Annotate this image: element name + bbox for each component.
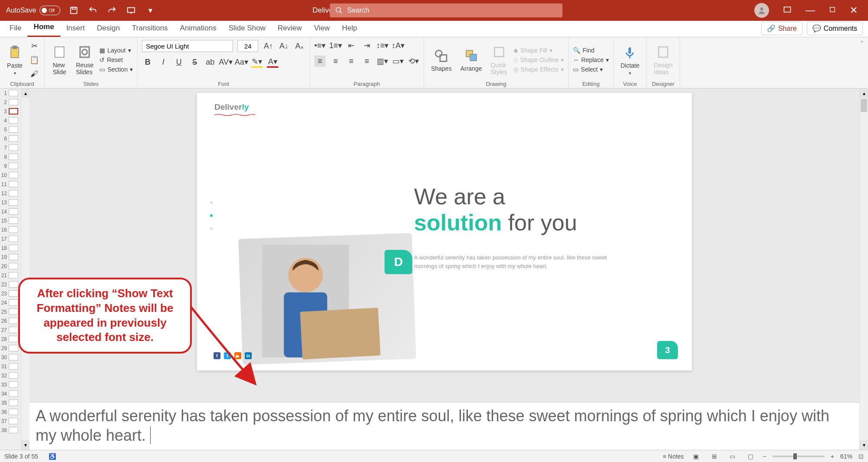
- select-button[interactable]: ▭ Select ▾: [573, 66, 608, 73]
- scroll-thumb[interactable]: [861, 99, 867, 112]
- bullets-icon[interactable]: •≡▾: [314, 40, 326, 51]
- align-left-icon[interactable]: ≡: [314, 56, 326, 67]
- thumbnail-7[interactable]: 7: [0, 143, 21, 152]
- thumbnail-2[interactable]: 2: [0, 98, 21, 107]
- thumbnail-1[interactable]: 1: [0, 88, 21, 98]
- thumbnail-5[interactable]: 5: [0, 125, 21, 134]
- thumbnail-14[interactable]: 14: [0, 207, 21, 216]
- highlight-icon[interactable]: ✎▾: [251, 56, 263, 68]
- indent-decrease-icon[interactable]: ⇤: [345, 40, 357, 51]
- scroll-down-icon[interactable]: ▾: [21, 440, 30, 450]
- spacing-icon[interactable]: AV▾: [220, 56, 231, 68]
- thumbnail-25[interactable]: 25: [0, 307, 21, 316]
- reset-button[interactable]: ↺ Reset: [99, 56, 133, 63]
- thumbnail-17[interactable]: 17: [0, 234, 21, 243]
- format-painter-icon[interactable]: 🖌: [29, 68, 40, 79]
- section-button[interactable]: ▭ Section ▾: [99, 66, 133, 73]
- thumbnail-31[interactable]: 31: [0, 362, 21, 371]
- sorter-view-icon[interactable]: ⊞: [708, 452, 720, 461]
- dictate-button[interactable]: Dictate▾: [618, 43, 642, 77]
- thumbnail-18[interactable]: 18: [0, 243, 21, 252]
- thumbnail-35[interactable]: 35: [0, 398, 21, 407]
- save-icon[interactable]: [68, 5, 79, 16]
- underline-icon[interactable]: U: [173, 56, 184, 68]
- scroll-up-icon[interactable]: ▴: [860, 88, 868, 98]
- zoom-level[interactable]: 61%: [840, 453, 852, 460]
- thumbnail-16[interactable]: 16: [0, 225, 21, 234]
- accessibility-icon[interactable]: ♿: [49, 453, 56, 460]
- thumbnail-24[interactable]: 24: [0, 298, 21, 307]
- thumbnail-9[interactable]: 9: [0, 161, 21, 170]
- case-icon[interactable]: Aa▾: [236, 56, 247, 68]
- search-input[interactable]: [347, 7, 557, 14]
- justify-icon[interactable]: ≡: [361, 56, 372, 67]
- italic-icon[interactable]: I: [158, 56, 169, 68]
- layout-button[interactable]: ▦ Layout ▾: [99, 47, 133, 54]
- undo-icon[interactable]: [87, 5, 99, 16]
- thumbnail-4[interactable]: 4: [0, 116, 21, 125]
- paste-button[interactable]: Paste▾: [4, 43, 25, 77]
- arrange-button[interactable]: Arrange: [458, 46, 485, 74]
- thumbnail-3[interactable]: 3: [0, 107, 21, 116]
- shapes-button[interactable]: Shapes: [428, 46, 454, 74]
- search-box[interactable]: [330, 3, 562, 17]
- thumbnail-26[interactable]: 26: [0, 316, 21, 325]
- thumbnail-scrollbar[interactable]: ▴ ▾: [21, 88, 30, 450]
- zoom-slider[interactable]: [773, 455, 825, 457]
- align-center-icon[interactable]: ≡: [330, 56, 341, 67]
- thumbnail-28[interactable]: 28: [0, 334, 21, 344]
- font-size-input[interactable]: [237, 40, 258, 52]
- tab-file[interactable]: File: [3, 20, 27, 37]
- thumbnail-29[interactable]: 29: [0, 344, 21, 353]
- redo-icon[interactable]: [106, 5, 118, 16]
- tab-help[interactable]: Help: [336, 20, 363, 37]
- align-text-icon[interactable]: ▭▾: [392, 56, 404, 67]
- font-name-input[interactable]: [142, 40, 233, 52]
- thumbnail-6[interactable]: 6: [0, 134, 21, 143]
- notes-toggle[interactable]: ≡ Notes: [663, 453, 684, 460]
- columns-icon[interactable]: ▥▾: [377, 56, 388, 67]
- tab-view[interactable]: View: [308, 20, 336, 37]
- thumbnail-19[interactable]: 19: [0, 252, 21, 262]
- thumbnail-20[interactable]: 20: [0, 262, 21, 271]
- tab-insert[interactable]: Insert: [60, 20, 91, 37]
- thumbnail-32[interactable]: 32: [0, 371, 21, 380]
- find-button[interactable]: 🔍 Find: [573, 47, 608, 54]
- thumbnail-36[interactable]: 36: [0, 407, 21, 416]
- tab-animations[interactable]: Animations: [174, 20, 223, 37]
- reading-view-icon[interactable]: ▭: [727, 452, 739, 461]
- thumbnail-22[interactable]: 22: [0, 280, 21, 289]
- slide-editor[interactable]: Deliverly We are a solution for you A wo…: [30, 88, 859, 402]
- slide-counter[interactable]: Slide 3 of 55: [4, 453, 38, 460]
- thumbnail-10[interactable]: 10: [0, 170, 21, 180]
- autosave-toggle[interactable]: AutoSave Off: [6, 6, 60, 15]
- share-button[interactable]: 🔗 Share: [761, 22, 802, 35]
- thumbnail-15[interactable]: 15: [0, 216, 21, 225]
- increase-font-icon[interactable]: A↑: [263, 40, 274, 52]
- ribbon-display-icon[interactable]: [783, 5, 792, 16]
- copy-icon[interactable]: 📋: [29, 54, 40, 66]
- collapse-ribbon-icon[interactable]: ˄: [856, 37, 868, 88]
- tab-slideshow[interactable]: Slide Show: [223, 20, 272, 37]
- decrease-font-icon[interactable]: A↓: [278, 40, 289, 52]
- thumbnail-12[interactable]: 12: [0, 189, 21, 198]
- strike-icon[interactable]: S̶: [189, 56, 200, 68]
- design-ideas-button[interactable]: Design Ideas: [651, 43, 675, 77]
- clear-format-icon[interactable]: Aₓ: [294, 40, 305, 52]
- bold-icon[interactable]: B: [142, 56, 153, 68]
- minimize-button[interactable]: —: [806, 5, 815, 16]
- tab-home[interactable]: Home: [27, 19, 60, 37]
- qat-more-icon[interactable]: ▾: [145, 5, 156, 16]
- scroll-up-icon[interactable]: ▴: [21, 88, 30, 98]
- user-avatar[interactable]: [754, 3, 769, 18]
- thumbnail-11[interactable]: 11: [0, 180, 21, 189]
- reuse-slides-button[interactable]: Reuse Slides: [73, 43, 96, 77]
- zoom-in-icon[interactable]: +: [831, 453, 834, 460]
- normal-view-icon[interactable]: ▣: [690, 452, 702, 461]
- text-direction-icon[interactable]: ↕A▾: [392, 40, 404, 51]
- thumbnail-37[interactable]: 37: [0, 416, 21, 426]
- notes-pane[interactable]: A wonderful serenity has taken possessio…: [30, 402, 859, 450]
- zoom-out-icon[interactable]: −: [763, 453, 766, 460]
- font-color-icon[interactable]: A▾: [267, 56, 278, 68]
- shape-fill-button[interactable]: ◆ Shape Fill ▾: [513, 47, 564, 54]
